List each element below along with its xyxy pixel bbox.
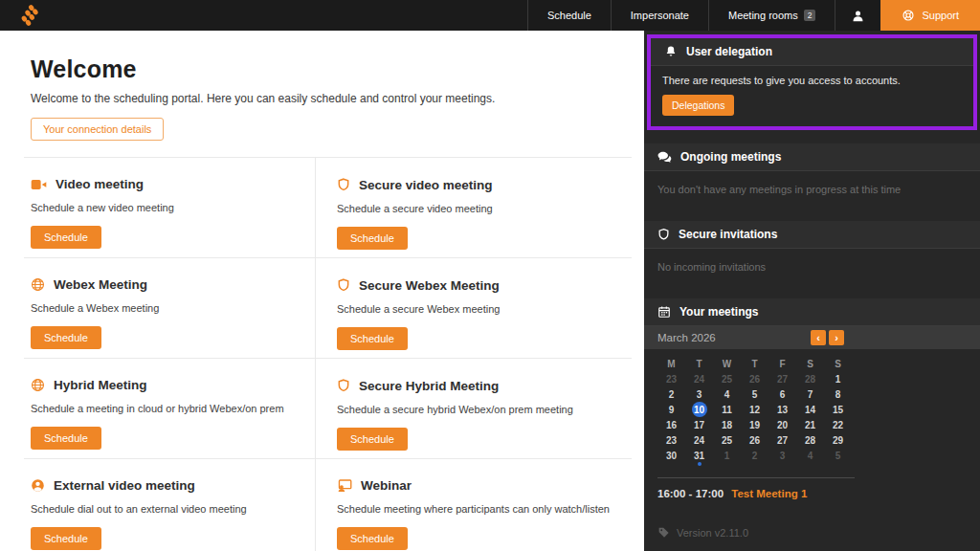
- weekday-label: F: [768, 356, 796, 371]
- nav-impersonate[interactable]: Impersonate: [611, 0, 708, 31]
- calendar-day[interactable]: 11: [713, 402, 741, 417]
- card-description: Schedule a Webex meeting: [31, 302, 315, 314]
- schedule-button[interactable]: Schedule: [337, 428, 408, 451]
- calendar-day[interactable]: 28: [796, 432, 824, 448]
- calendar-day[interactable]: 3: [768, 448, 796, 463]
- calendar-day[interactable]: 19: [741, 417, 768, 432]
- schedule-button[interactable]: Schedule: [337, 227, 408, 250]
- weekday-label: T: [741, 356, 768, 371]
- calendar-day[interactable]: 24: [685, 371, 713, 386]
- your-meetings-section: Your meetings March 2026 ‹ › MTWTFSS 232…: [644, 298, 980, 509]
- calendar-day[interactable]: 12: [741, 402, 768, 417]
- your-meetings-title: Your meetings: [679, 305, 758, 319]
- schedule-button[interactable]: Schedule: [31, 427, 101, 450]
- calendar-day[interactable]: 18: [713, 417, 741, 432]
- calendar-day[interactable]: 5: [824, 448, 852, 463]
- calendar-day[interactable]: 17: [685, 417, 713, 432]
- calendar-day[interactable]: 27: [768, 432, 796, 448]
- card-video-meeting: Video meetingSchedule a new video meetin…: [24, 157, 316, 257]
- card-description: Schedule meeting where participants can …: [337, 503, 632, 515]
- calendar-day[interactable]: 28: [796, 371, 824, 386]
- logo-icon: [17, 4, 40, 27]
- user-menu-button[interactable]: [835, 0, 880, 31]
- life-ring-icon: [902, 9, 915, 22]
- calendar-day[interactable]: 25: [713, 371, 741, 386]
- calendar-day[interactable]: 8: [824, 386, 852, 402]
- secure-invitations-title: Secure invitations: [679, 228, 777, 241]
- delegations-button[interactable]: Delegations: [662, 95, 734, 116]
- calendar-month-label: March 2026: [657, 332, 716, 343]
- secure-invitations-empty-text: No incoming invitations: [644, 249, 980, 285]
- ongoing-meetings-title: Ongoing meetings: [680, 150, 781, 164]
- calendar-day[interactable]: 1: [713, 448, 741, 463]
- secure-invitations-header: Secure invitations: [644, 221, 980, 249]
- calendar-day[interactable]: 5: [741, 386, 768, 402]
- calendar-day[interactable]: 31: [685, 448, 713, 463]
- webinar-icon: [337, 478, 352, 493]
- calendar-day[interactable]: 24: [685, 432, 713, 448]
- calendar-prev-button[interactable]: ‹: [811, 330, 826, 345]
- calendar-day[interactable]: 26: [741, 371, 768, 386]
- calendar-day[interactable]: 30: [657, 448, 685, 463]
- calendar-day[interactable]: 26: [741, 432, 768, 448]
- calendar-day[interactable]: 1: [824, 371, 852, 386]
- weekday-label: T: [685, 356, 713, 371]
- weekday-label: S: [796, 356, 824, 371]
- tag-icon: [657, 526, 670, 539]
- calendar-day[interactable]: 14: [796, 402, 824, 417]
- calendar-day[interactable]: 23: [657, 432, 685, 448]
- calendar-day[interactable]: 25: [713, 432, 741, 448]
- calendar-day[interactable]: 3: [685, 386, 713, 402]
- calendar-next-button[interactable]: ›: [829, 330, 844, 345]
- calendar-day[interactable]: 2: [657, 386, 685, 402]
- calendar-day[interactable]: 16: [657, 417, 685, 432]
- calendar-day-selected[interactable]: 10: [685, 402, 713, 417]
- weekday-label: M: [657, 356, 685, 371]
- calendar-day[interactable]: 4: [713, 386, 741, 402]
- main-content: Welcome Welcome to the scheduling portal…: [0, 31, 644, 551]
- schedule-button[interactable]: Schedule: [337, 327, 408, 350]
- event-time: 16:00 - 17:00: [657, 488, 724, 499]
- schedule-button[interactable]: Schedule: [31, 226, 101, 249]
- nav-schedule[interactable]: Schedule: [527, 0, 611, 31]
- card-secure-video-meeting: Secure video meetingSchedule a secure vi…: [316, 157, 632, 257]
- calendar-day[interactable]: 15: [824, 402, 852, 417]
- calendar-day[interactable]: 13: [768, 402, 796, 417]
- card-title: Webex Meeting: [54, 277, 147, 292]
- ongoing-meetings-section: Ongoing meetings You don't have any meet…: [644, 143, 980, 208]
- card-title: Secure Webex Meeting: [359, 278, 500, 293]
- calendar-day[interactable]: 9: [657, 402, 685, 417]
- pexip-logo[interactable]: [0, 0, 57, 31]
- connection-details-button[interactable]: Your connection details: [31, 118, 164, 141]
- delegation-message: There are requests to give you access to…: [662, 75, 962, 86]
- weekday-label: S: [824, 356, 852, 371]
- user-delegation-header: User delegation: [651, 38, 973, 66]
- user-icon: [851, 9, 865, 23]
- event-name-link[interactable]: Test Meeting 1: [731, 488, 807, 499]
- support-button[interactable]: Support: [880, 0, 980, 31]
- calendar-day[interactable]: 27: [768, 371, 796, 386]
- card-webinar: WebinarSchedule meeting where participan…: [316, 458, 632, 551]
- card-external-video-meeting: External video meetingSchedule dial out …: [24, 458, 316, 551]
- card-webex-meeting: Webex MeetingSchedule a Webex meetingSch…: [24, 257, 316, 358]
- calendar-day[interactable]: 22: [824, 417, 852, 432]
- nav-schedule-label: Schedule: [547, 10, 591, 21]
- version-info: Version v2.11.0: [644, 509, 980, 551]
- calendar-day[interactable]: 29: [824, 432, 852, 448]
- nav-meeting-rooms[interactable]: Meeting rooms 2: [708, 0, 835, 31]
- calendar-day[interactable]: 20: [768, 417, 796, 432]
- calendar-day[interactable]: 4: [796, 448, 824, 463]
- card-description: Schedule a secure hybrid Webex/on prem m…: [337, 404, 632, 415]
- ongoing-meetings-header: Ongoing meetings: [644, 143, 980, 171]
- nav-meeting-rooms-label: Meeting rooms: [728, 10, 798, 21]
- schedule-button[interactable]: Schedule: [337, 527, 408, 550]
- calendar-day[interactable]: 21: [796, 417, 824, 432]
- calendar-day[interactable]: 23: [657, 371, 685, 386]
- schedule-button[interactable]: Schedule: [31, 527, 101, 550]
- calendar-day[interactable]: 2: [741, 448, 768, 463]
- card-description: Schedule a secure Webex meeting: [337, 303, 632, 315]
- calendar-day[interactable]: 6: [768, 386, 796, 402]
- card-description: Schedule a secure video meeting: [337, 203, 632, 214]
- schedule-button[interactable]: Schedule: [31, 326, 101, 349]
- calendar-day[interactable]: 7: [796, 386, 824, 402]
